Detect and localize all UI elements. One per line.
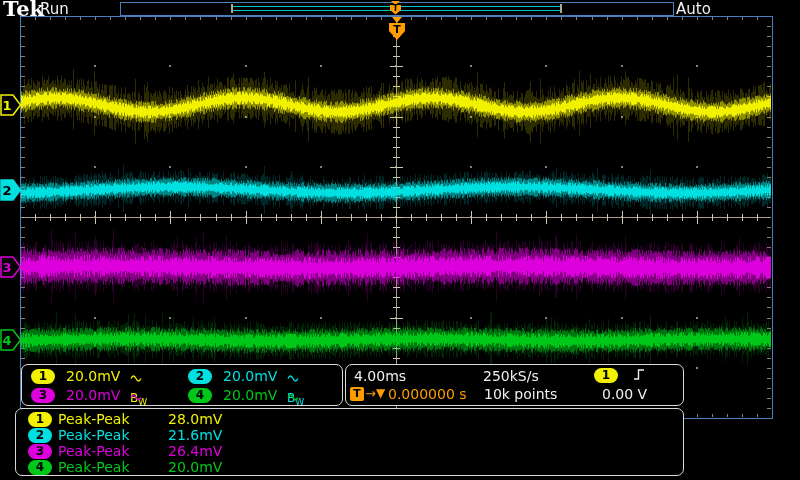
channel-4-scale: 20.0mV — [223, 387, 277, 403]
tek-logo: Tek — [3, 0, 44, 21]
trigger-position-marker-icon: T — [389, 1, 402, 15]
measurement-row: 2 Peak-Peak 21.6mV — [16, 427, 683, 443]
svg-text:2: 2 — [2, 183, 11, 198]
svg-text:1: 1 — [2, 98, 11, 113]
trigger-t-icon: T — [350, 387, 364, 401]
svg-text:3: 3 — [2, 260, 11, 275]
trigger-mode-status: Auto — [676, 0, 711, 18]
rising-edge-icon — [633, 368, 645, 381]
channel-1-badge: 1 — [28, 412, 52, 427]
oscilloscope-screen: Tek Run Auto T T 1 2 3 4 1 20.0mV BW — [0, 0, 800, 480]
channel-4-badge: 4 — [188, 388, 212, 403]
measurement-value: 28.0mV — [168, 411, 222, 427]
horizontal-scale: 4.00ms — [354, 368, 406, 384]
measurements-box: 1 Peak-Peak 28.0mV 2 Peak-Peak 21.6mV 3 … — [15, 408, 684, 476]
svg-text:T: T — [393, 23, 401, 36]
measurement-row: 4 Peak-Peak 20.0mV — [16, 459, 683, 475]
measurement-name: Peak-Peak — [58, 411, 130, 427]
trigger-position-readout: 0.000000 s — [388, 386, 467, 402]
trigger-source-badge: 1 — [594, 368, 618, 383]
ac-coupling-icon — [130, 392, 143, 403]
channel-1-scale: 20.0mV — [66, 368, 120, 384]
channel-4-badge: 4 — [28, 460, 52, 475]
arrow-right-icon: → — [365, 386, 376, 401]
channel-2-badge: 2 — [28, 428, 52, 443]
measurement-value: 20.0mV — [168, 459, 222, 475]
measurement-value: 26.4mV — [168, 443, 222, 459]
trigger-position-marker-icon: T — [388, 17, 406, 41]
channel-settings-box: 1 20.0mV BW 2 20.0mV BW 3 20.0mV BW 4 — [21, 364, 343, 406]
channel-1-position-marker: 1 — [0, 94, 22, 116]
arrow-down-icon: ▼ — [376, 386, 385, 400]
measurement-name: Peak-Peak — [58, 427, 130, 443]
svg-text:4: 4 — [2, 333, 11, 348]
channel-3-scale: 20.0mV — [66, 387, 120, 403]
channel-2-badge: 2 — [188, 369, 212, 384]
acquisition-status: Run — [40, 0, 69, 18]
channel-4-position-marker: 4 — [0, 329, 22, 351]
sample-rate: 250kS/s — [483, 368, 539, 384]
svg-text:T: T — [393, 4, 399, 13]
record-length: 10k points — [484, 386, 557, 402]
window-bracket-right-icon — [560, 4, 562, 13]
channel-2-scale: 20.0mV — [223, 368, 277, 384]
channel-1-badge: 1 — [31, 369, 55, 384]
horizontal-trigger-box: 4.00ms 250kS/s 1 T → ▼ 0.000000 s 10k po… — [345, 364, 684, 406]
measurement-row: 1 Peak-Peak 28.0mV — [16, 411, 683, 427]
channel-3-badge: 3 — [31, 388, 55, 403]
ac-coupling-icon — [287, 392, 300, 403]
measurement-value: 21.6mV — [168, 427, 222, 443]
channel-3-position-marker: 3 — [0, 256, 22, 278]
measurement-name: Peak-Peak — [58, 443, 130, 459]
channel-3-badge: 3 — [28, 444, 52, 459]
ac-coupling-icon — [130, 373, 143, 384]
trigger-level-readout: 0.00 V — [602, 386, 647, 402]
channel-2-position-marker: 2 — [0, 179, 22, 201]
measurement-name: Peak-Peak — [58, 459, 130, 475]
ac-coupling-icon — [287, 373, 300, 384]
window-bracket-left-icon — [231, 4, 233, 13]
measurement-row: 3 Peak-Peak 26.4mV — [16, 443, 683, 459]
